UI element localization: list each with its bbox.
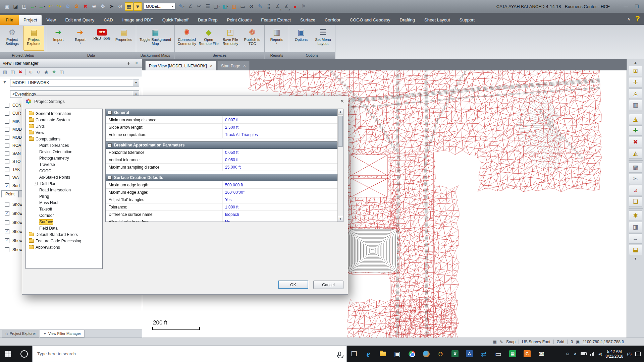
table-scrollbar[interactable]: ▲ ▼: [337, 109, 343, 222]
people-icon[interactable]: ☺: [433, 346, 448, 362]
ribbon-tab-data-prep[interactable]: Data Prep: [193, 15, 222, 25]
target-icon[interactable]: ◉: [43, 69, 50, 75]
setting-value[interactable]: No: [222, 218, 337, 222]
tree-item-surface[interactable]: Surface: [26, 219, 102, 225]
ribbon-tab-drafting[interactable]: Drafting: [395, 15, 420, 25]
file-explorer-icon[interactable]: [376, 346, 390, 362]
mesh-grid-icon[interactable]: ▦: [629, 100, 642, 110]
ribbon-button-project-settings[interactable]: ⚙Project Settings: [2, 26, 22, 51]
task-view-icon[interactable]: ❐: [347, 346, 361, 362]
remote-desktop-icon[interactable]: ▭: [491, 346, 505, 362]
offline-icon[interactable]: ⊘: [247, 2, 256, 11]
angle-dms-icon[interactable]: ∡.1: [282, 2, 290, 11]
zoom-out-icon[interactable]: ⊖: [35, 69, 42, 75]
grid-label[interactable]: Grid: [557, 340, 565, 344]
checkbox[interactable]: [5, 175, 9, 180]
checkbox[interactable]: ✓: [5, 229, 9, 234]
c-app-icon[interactable]: C: [520, 346, 534, 362]
filter-funnel-icon[interactable]: ▼: [133, 2, 142, 11]
checkbox[interactable]: [5, 167, 9, 172]
tree-item-takeoff[interactable]: Takeoff: [26, 206, 102, 212]
ribbon-tab-corridor[interactable]: Corridor: [320, 15, 345, 25]
ribbon-button-project-explorer[interactable]: ▤Project Explorer: [23, 26, 44, 51]
view-filter-combo[interactable]: MODEL…▼: [144, 3, 175, 10]
tree-item-view[interactable]: View: [26, 129, 102, 136]
doc-tab-start-page[interactable]: Start Page✕: [217, 61, 250, 70]
tree-item-point-tolerances[interactable]: Point Tolerances: [26, 142, 102, 148]
snap-label[interactable]: Snap: [506, 340, 516, 344]
sync-arrows-icon[interactable]: ⇄: [477, 346, 491, 362]
checkbox[interactable]: ✓: [5, 183, 9, 188]
tree-item-piling[interactable]: Piling: [26, 193, 102, 199]
chevron-down-icon[interactable]: ▼: [133, 79, 139, 86]
slope-triangle-icon[interactable]: ◮: [629, 114, 642, 124]
volume-icon[interactable]: ◄): [598, 352, 602, 356]
checkbox[interactable]: [5, 111, 9, 116]
tree-item-field-data[interactable]: Field Data: [26, 225, 102, 231]
keyin-list-icon[interactable]: ☰: [204, 2, 212, 11]
setting-value[interactable]: Track All Triangles: [222, 131, 337, 138]
ribbon-button-options[interactable]: ▣Options: [291, 26, 312, 51]
zoom-window-icon[interactable]: ⊙: [116, 2, 124, 11]
section-header-breakline-approximation-parameters[interactable]: −Breakline Approximation Parameters: [106, 141, 337, 149]
layers-icon[interactable]: ❖: [51, 69, 57, 75]
minimize-button[interactable]: —: [624, 4, 628, 9]
checkbox[interactable]: [5, 127, 9, 132]
select-arrow-icon[interactable]: ➤: [107, 2, 116, 11]
flag-icon[interactable]: ⚑: [300, 2, 308, 11]
ribbon-button-save-file-remotely[interactable]: ◰Save File Remotely: [220, 26, 241, 51]
setting-value[interactable]: 0.050 ft: [222, 156, 337, 163]
record-icon[interactable]: ●: [291, 2, 299, 11]
scroll-down-icon[interactable]: ▼: [338, 216, 343, 222]
network-icon[interactable]: [590, 352, 594, 356]
redo-icon[interactable]: →▾: [38, 2, 46, 11]
window-layout-icon[interactable]: ▢▾: [212, 2, 221, 11]
view-style-icon[interactable]: ◧▾: [221, 2, 229, 11]
tree-item-default-standard-errors[interactable]: Default Standard Errors: [26, 231, 102, 238]
ribbon-button-toggle-background-map[interactable]: ▦Toggle Background Map: [138, 26, 173, 51]
setting-value[interactable]: Yes: [222, 196, 337, 203]
pan-icon[interactable]: ✥: [99, 2, 107, 11]
start-button[interactable]: [0, 346, 16, 362]
checkbox[interactable]: ✓: [5, 238, 9, 243]
tree-item-mass-haul[interactable]: Mass Haul: [26, 199, 102, 206]
setting-value[interactable]: 0.007 ft: [222, 116, 337, 123]
new-project-icon[interactable]: ▣: [3, 2, 11, 11]
setting-value[interactable]: 2.500 ft: [222, 124, 337, 131]
gear-icon[interactable]: ⚙: [64, 2, 72, 11]
ribbon-tab-file[interactable]: File: [0, 15, 19, 25]
ribbon-tab-feature-extract[interactable]: Feature Extract: [256, 15, 296, 25]
back-icon[interactable]: ↶: [46, 2, 55, 11]
close-tab-icon[interactable]: ✕: [210, 64, 213, 68]
ribbon-button-connected-community[interactable]: ✺Connected Community: [176, 26, 197, 51]
doc-tab-plan-view-model-linework[interactable]: Plan View [MODEL LINEWORK]✕: [145, 61, 216, 70]
section-header-general[interactable]: −General: [106, 109, 337, 116]
ribbon-button-export[interactable]: ➜Export▾: [70, 26, 91, 51]
shade-icon[interactable]: ◨: [629, 222, 642, 232]
checkbox[interactable]: [5, 119, 9, 124]
mail-icon[interactable]: ✉: [534, 346, 549, 362]
cancel-button[interactable]: Cancel: [313, 281, 343, 289]
checkbox[interactable]: [5, 151, 9, 156]
boundary-icon[interactable]: ❏: [629, 196, 642, 207]
firefox-icon[interactable]: [419, 346, 433, 362]
ribbon-button-properties[interactable]: ▤Properties: [113, 26, 134, 51]
tree-item-cogo[interactable]: COGO: [26, 168, 102, 174]
flip-edge-icon[interactable]: ◭: [629, 148, 642, 159]
ribbon-tab-cad[interactable]: CAD: [99, 15, 117, 25]
close-panel-icon[interactable]: ✕: [134, 61, 139, 66]
edge-icon[interactable]: e: [361, 346, 376, 362]
collapse-section-icon[interactable]: −: [108, 111, 112, 115]
search-input[interactable]: [37, 351, 335, 356]
triangle-dot-icon[interactable]: ◬: [629, 88, 642, 99]
right-triangle-icon[interactable]: ⊿: [629, 185, 642, 195]
chrome-icon[interactable]: [405, 346, 419, 362]
save-icon[interactable]: ◰: [20, 2, 29, 11]
tab-point[interactable]: Point: [1, 190, 18, 197]
sheets-icon[interactable]: ▦: [505, 346, 520, 362]
restore-button[interactable]: ❐: [635, 4, 639, 9]
trim-icon[interactable]: ✂: [629, 174, 642, 184]
ribbon-tab-project[interactable]: Project: [19, 15, 42, 25]
machine-icon[interactable]: ▥: [230, 2, 238, 11]
ribbon-tab-quick-takeoff[interactable]: Quick Takeoff: [158, 15, 193, 25]
